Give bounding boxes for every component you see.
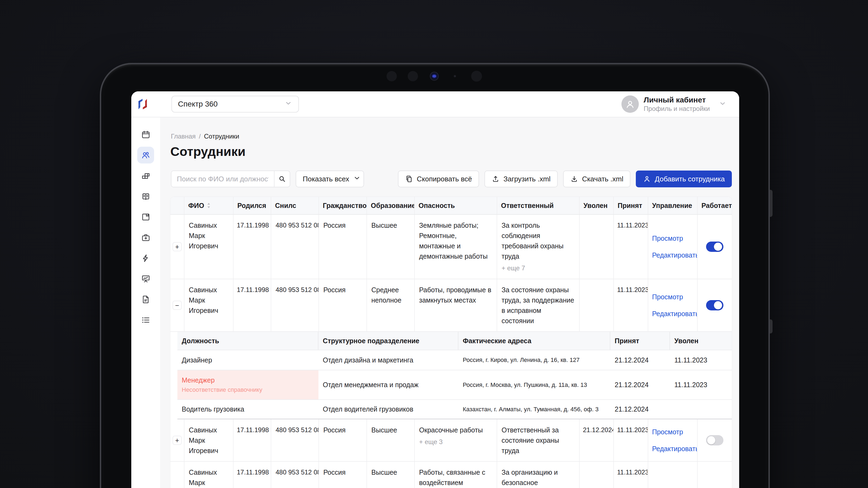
hired-cell: 11.11.2023 <box>614 279 648 331</box>
subtable-row: ДизайнерОтдел дизайна и маркетингаРоссия… <box>177 350 732 370</box>
working-toggle[interactable] <box>706 300 723 311</box>
column-header-danger: Опасность <box>415 197 497 214</box>
management-cell: ПросмотрРедактировать <box>648 419 698 461</box>
sidebar-item-calendar[interactable] <box>137 126 154 143</box>
position-cell: Дизайнер <box>177 350 318 370</box>
citizenship-cell-value: Россия <box>323 286 346 294</box>
positions-subtable: ДолжностьСтруктурное подразделениеФактич… <box>177 332 732 419</box>
camera-lens <box>430 72 439 81</box>
citizenship-cell-value: Россия <box>323 222 346 229</box>
danger-cell: Земляные работы; Ремонтные, монтажные и … <box>415 215 497 279</box>
column-header-citizenship: Гражданство <box>319 197 367 214</box>
sensor-dot <box>386 71 397 82</box>
show-all-filter-dropdown[interactable]: Показать всех <box>296 170 364 187</box>
subtable-header: ДолжностьСтруктурное подразделениеФактич… <box>177 332 732 350</box>
fio-cell: Савиных Марк Игоревич <box>184 215 234 279</box>
copy-all-button[interactable]: Скопировать всё <box>398 170 479 187</box>
sidebar-item-structure[interactable] <box>137 167 154 184</box>
collapse-row-button[interactable]: − <box>173 301 182 310</box>
management-cell: ПросмотрРедактировать <box>648 215 698 279</box>
employees-table: ФИОРодилсяСнилсГражданствоОбразованиеОпа… <box>170 197 732 488</box>
subtable-column-header-address: Фактические адреса <box>458 332 610 350</box>
education-cell: Высшее <box>367 419 415 461</box>
sidebar-item-list[interactable] <box>137 312 154 328</box>
fio-cell-value: Савиных Марк Игоревич <box>189 426 218 454</box>
born-cell-value: 17.11.1998 <box>237 468 269 476</box>
column-header-education: Образование <box>367 197 415 214</box>
snils-cell-value: 480 953 512 08 <box>276 222 319 229</box>
add-employee-button[interactable]: Добавить сотрудника <box>636 170 732 187</box>
expand-row-button[interactable]: + <box>173 242 182 251</box>
responsible-value: Ответственный за состояние охраны труда <box>501 426 559 454</box>
working-toggle[interactable] <box>706 435 723 446</box>
list-icon <box>141 315 151 325</box>
reference-mismatch-warning: Несоответствие справочнику <box>182 386 314 393</box>
column-header-fired: Уволен <box>580 197 614 214</box>
sub-hired-value: 21.12.2024 <box>615 381 665 389</box>
sidebar-item-medkit[interactable] <box>137 229 154 246</box>
subtable-column-header-unit: Структурное подразделение <box>318 332 458 350</box>
responsible-cell: Ответственный за состояние охраны труда <box>497 419 580 461</box>
search-input[interactable] <box>172 171 274 187</box>
snils-cell: 480 953 512 08 <box>271 419 319 461</box>
management-cell: ПросмотрРедактировать <box>648 279 698 331</box>
citizenship-cell: Россия <box>319 215 367 279</box>
sort-icon[interactable] <box>207 202 211 208</box>
subtable-column-header-hired: Принят <box>610 332 670 350</box>
education-cell-value: Среднее неполное <box>371 286 401 304</box>
upload-icon <box>492 175 500 183</box>
download-xml-button[interactable]: Скачать .xml <box>563 170 630 187</box>
chevron-down-icon <box>284 99 292 109</box>
user-icon <box>625 99 636 109</box>
search-icon[interactable] <box>274 171 290 187</box>
fio-cell: Савиных Марк Игоревич <box>184 279 234 331</box>
toolbar-spacer <box>369 170 393 187</box>
view-link[interactable]: Просмотр <box>652 233 696 243</box>
column-header-mgmt: Управление <box>648 197 698 214</box>
unit-cell: Отдел менеджмента и продаж <box>318 370 458 399</box>
archive-box-icon <box>141 212 151 222</box>
column-header-born: Родился <box>234 197 271 214</box>
expander-cell: + <box>170 462 184 488</box>
calendar-icon <box>141 130 151 139</box>
edit-link[interactable]: Редактировать <box>652 444 696 454</box>
subtable-row: Водитель грузовикаОтдел водителей грузов… <box>177 400 732 419</box>
sidebar-item-employees[interactable] <box>137 147 154 163</box>
toggle-knob <box>714 301 722 310</box>
workspace-select[interactable]: Спектр 360 <box>172 96 299 112</box>
view-link[interactable]: Просмотр <box>652 292 696 302</box>
citizenship-cell-value: Россия <box>323 426 346 434</box>
hired-value: 11.11.2023 <box>617 468 648 476</box>
account-menu[interactable]: Личный кабинет Профиль и настройки <box>621 95 727 113</box>
working-cell <box>698 215 732 279</box>
sidebar-item-reports[interactable] <box>137 270 154 287</box>
sidebar-item-archive-box[interactable] <box>137 208 154 225</box>
working-toggle[interactable] <box>706 241 723 252</box>
snils-cell-value: 480 953 512 08 <box>276 286 319 293</box>
danger-cell: Работы, проводимые в замкнутых местах <box>415 279 497 331</box>
edit-link[interactable]: Редактировать <box>652 250 696 260</box>
sidebar-item-document[interactable] <box>137 291 154 308</box>
edit-link[interactable]: Редактировать <box>652 308 696 319</box>
app-screen: Спектр 360 Личный кабинет Профиль и наст… <box>131 91 739 488</box>
snils-cell: 480 953 512 08 <box>271 215 319 279</box>
fired-cell <box>580 462 614 488</box>
unit-cell: Отдел водителей грузовиков <box>318 400 458 419</box>
responsible-cell: За состояние охраны труда, за поддержани… <box>497 279 580 331</box>
expand-row-button[interactable]: + <box>173 436 182 445</box>
breadcrumb-home[interactable]: Главная <box>171 133 195 140</box>
fired-cell <box>580 279 614 331</box>
born-cell-value: 17.11.1998 <box>237 426 269 433</box>
view-link[interactable]: Просмотр <box>652 427 696 437</box>
sidebar-item-lightning[interactable] <box>137 250 154 266</box>
citizenship-cell: Россия <box>319 462 367 488</box>
responsible-more-link[interactable]: + еще 7 <box>501 263 575 273</box>
upload-xml-button[interactable]: Загрузить .xml <box>485 170 558 187</box>
education-cell: Высшее <box>367 462 415 488</box>
born-cell-value: 17.11.1998 <box>237 222 269 229</box>
fio-cell: Савиных Марк Игоревич <box>184 462 234 488</box>
danger-more-link[interactable]: + еще 3 <box>419 437 492 447</box>
hired-cell: 11.11.2023 <box>614 215 648 279</box>
sidebar-item-handbook[interactable] <box>137 188 154 205</box>
responsible-cell: За контроль соблюдения требований охраны… <box>497 215 580 279</box>
